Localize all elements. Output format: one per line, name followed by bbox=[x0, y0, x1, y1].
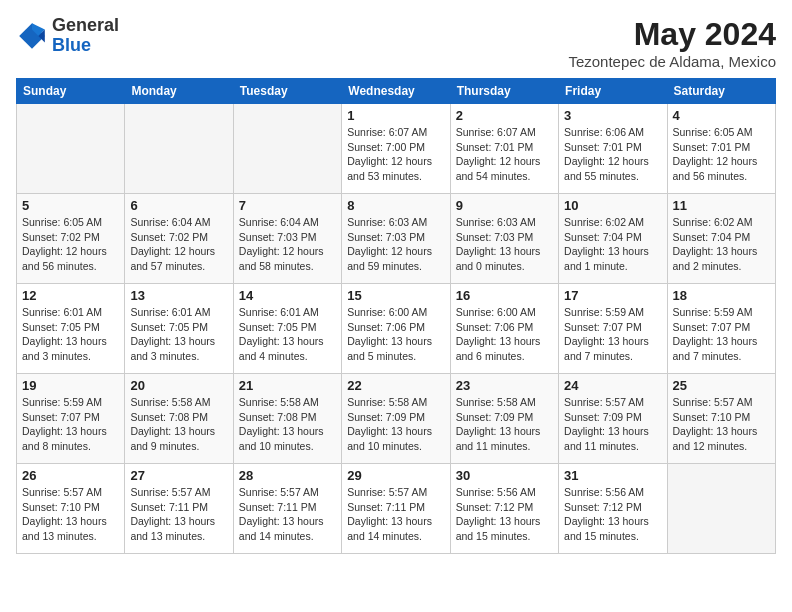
day-number: 22 bbox=[347, 378, 444, 393]
day-info: Sunrise: 5:56 AM Sunset: 7:12 PM Dayligh… bbox=[564, 485, 661, 544]
day-number: 4 bbox=[673, 108, 770, 123]
calendar-day-cell: 27Sunrise: 5:57 AM Sunset: 7:11 PM Dayli… bbox=[125, 464, 233, 554]
day-number: 27 bbox=[130, 468, 227, 483]
calendar-week-row: 12Sunrise: 6:01 AM Sunset: 7:05 PM Dayli… bbox=[17, 284, 776, 374]
calendar-week-row: 26Sunrise: 5:57 AM Sunset: 7:10 PM Dayli… bbox=[17, 464, 776, 554]
day-number: 6 bbox=[130, 198, 227, 213]
calendar-day-cell: 21Sunrise: 5:58 AM Sunset: 7:08 PM Dayli… bbox=[233, 374, 341, 464]
day-number: 21 bbox=[239, 378, 336, 393]
day-number: 7 bbox=[239, 198, 336, 213]
calendar-day-cell: 2Sunrise: 6:07 AM Sunset: 7:01 PM Daylig… bbox=[450, 104, 558, 194]
calendar-day-cell: 11Sunrise: 6:02 AM Sunset: 7:04 PM Dayli… bbox=[667, 194, 775, 284]
calendar-day-cell: 10Sunrise: 6:02 AM Sunset: 7:04 PM Dayli… bbox=[559, 194, 667, 284]
calendar-day-cell: 16Sunrise: 6:00 AM Sunset: 7:06 PM Dayli… bbox=[450, 284, 558, 374]
day-number: 9 bbox=[456, 198, 553, 213]
day-info: Sunrise: 6:04 AM Sunset: 7:02 PM Dayligh… bbox=[130, 215, 227, 274]
calendar-day-cell bbox=[667, 464, 775, 554]
day-number: 23 bbox=[456, 378, 553, 393]
logo: General Blue bbox=[16, 16, 119, 56]
day-number: 12 bbox=[22, 288, 119, 303]
day-info: Sunrise: 6:02 AM Sunset: 7:04 PM Dayligh… bbox=[673, 215, 770, 274]
day-info: Sunrise: 5:56 AM Sunset: 7:12 PM Dayligh… bbox=[456, 485, 553, 544]
calendar-day-cell bbox=[17, 104, 125, 194]
day-info: Sunrise: 6:00 AM Sunset: 7:06 PM Dayligh… bbox=[456, 305, 553, 364]
day-info: Sunrise: 6:01 AM Sunset: 7:05 PM Dayligh… bbox=[22, 305, 119, 364]
weekday-header: Wednesday bbox=[342, 79, 450, 104]
day-info: Sunrise: 5:59 AM Sunset: 7:07 PM Dayligh… bbox=[22, 395, 119, 454]
calendar-day-cell: 14Sunrise: 6:01 AM Sunset: 7:05 PM Dayli… bbox=[233, 284, 341, 374]
day-number: 30 bbox=[456, 468, 553, 483]
day-number: 15 bbox=[347, 288, 444, 303]
weekday-header: Monday bbox=[125, 79, 233, 104]
day-number: 8 bbox=[347, 198, 444, 213]
logo-icon bbox=[16, 20, 48, 52]
location: Tezontepec de Aldama, Mexico bbox=[568, 53, 776, 70]
day-number: 5 bbox=[22, 198, 119, 213]
day-info: Sunrise: 6:05 AM Sunset: 7:02 PM Dayligh… bbox=[22, 215, 119, 274]
day-info: Sunrise: 6:03 AM Sunset: 7:03 PM Dayligh… bbox=[456, 215, 553, 274]
calendar-day-cell: 20Sunrise: 5:58 AM Sunset: 7:08 PM Dayli… bbox=[125, 374, 233, 464]
title-block: May 2024 Tezontepec de Aldama, Mexico bbox=[568, 16, 776, 70]
day-number: 24 bbox=[564, 378, 661, 393]
day-info: Sunrise: 5:57 AM Sunset: 7:11 PM Dayligh… bbox=[347, 485, 444, 544]
day-number: 28 bbox=[239, 468, 336, 483]
day-info: Sunrise: 5:59 AM Sunset: 7:07 PM Dayligh… bbox=[673, 305, 770, 364]
calendar-day-cell: 4Sunrise: 6:05 AM Sunset: 7:01 PM Daylig… bbox=[667, 104, 775, 194]
calendar-day-cell: 28Sunrise: 5:57 AM Sunset: 7:11 PM Dayli… bbox=[233, 464, 341, 554]
day-number: 29 bbox=[347, 468, 444, 483]
day-info: Sunrise: 5:57 AM Sunset: 7:11 PM Dayligh… bbox=[239, 485, 336, 544]
day-info: Sunrise: 6:02 AM Sunset: 7:04 PM Dayligh… bbox=[564, 215, 661, 274]
day-info: Sunrise: 6:00 AM Sunset: 7:06 PM Dayligh… bbox=[347, 305, 444, 364]
day-number: 17 bbox=[564, 288, 661, 303]
weekday-header: Tuesday bbox=[233, 79, 341, 104]
calendar-week-row: 1Sunrise: 6:07 AM Sunset: 7:00 PM Daylig… bbox=[17, 104, 776, 194]
calendar-day-cell: 18Sunrise: 5:59 AM Sunset: 7:07 PM Dayli… bbox=[667, 284, 775, 374]
day-info: Sunrise: 6:01 AM Sunset: 7:05 PM Dayligh… bbox=[130, 305, 227, 364]
day-info: Sunrise: 5:58 AM Sunset: 7:09 PM Dayligh… bbox=[456, 395, 553, 454]
calendar-day-cell: 12Sunrise: 6:01 AM Sunset: 7:05 PM Dayli… bbox=[17, 284, 125, 374]
month-year: May 2024 bbox=[568, 16, 776, 53]
day-info: Sunrise: 5:58 AM Sunset: 7:09 PM Dayligh… bbox=[347, 395, 444, 454]
calendar-day-cell: 19Sunrise: 5:59 AM Sunset: 7:07 PM Dayli… bbox=[17, 374, 125, 464]
day-number: 3 bbox=[564, 108, 661, 123]
calendar-day-cell: 7Sunrise: 6:04 AM Sunset: 7:03 PM Daylig… bbox=[233, 194, 341, 284]
day-info: Sunrise: 6:03 AM Sunset: 7:03 PM Dayligh… bbox=[347, 215, 444, 274]
calendar-day-cell: 5Sunrise: 6:05 AM Sunset: 7:02 PM Daylig… bbox=[17, 194, 125, 284]
day-number: 13 bbox=[130, 288, 227, 303]
calendar-day-cell bbox=[125, 104, 233, 194]
day-info: Sunrise: 5:58 AM Sunset: 7:08 PM Dayligh… bbox=[130, 395, 227, 454]
day-number: 19 bbox=[22, 378, 119, 393]
calendar-day-cell: 22Sunrise: 5:58 AM Sunset: 7:09 PM Dayli… bbox=[342, 374, 450, 464]
logo-text: General Blue bbox=[52, 16, 119, 56]
calendar-day-cell: 23Sunrise: 5:58 AM Sunset: 7:09 PM Dayli… bbox=[450, 374, 558, 464]
weekday-header: Thursday bbox=[450, 79, 558, 104]
calendar-day-cell: 13Sunrise: 6:01 AM Sunset: 7:05 PM Dayli… bbox=[125, 284, 233, 374]
calendar-day-cell: 29Sunrise: 5:57 AM Sunset: 7:11 PM Dayli… bbox=[342, 464, 450, 554]
weekday-header: Sunday bbox=[17, 79, 125, 104]
page-header: General Blue May 2024 Tezontepec de Alda… bbox=[16, 16, 776, 70]
day-info: Sunrise: 6:07 AM Sunset: 7:00 PM Dayligh… bbox=[347, 125, 444, 184]
weekday-header: Friday bbox=[559, 79, 667, 104]
day-number: 26 bbox=[22, 468, 119, 483]
day-number: 1 bbox=[347, 108, 444, 123]
calendar-day-cell: 6Sunrise: 6:04 AM Sunset: 7:02 PM Daylig… bbox=[125, 194, 233, 284]
day-info: Sunrise: 5:57 AM Sunset: 7:10 PM Dayligh… bbox=[22, 485, 119, 544]
calendar-day-cell: 15Sunrise: 6:00 AM Sunset: 7:06 PM Dayli… bbox=[342, 284, 450, 374]
calendar-day-cell: 9Sunrise: 6:03 AM Sunset: 7:03 PM Daylig… bbox=[450, 194, 558, 284]
calendar-day-cell: 8Sunrise: 6:03 AM Sunset: 7:03 PM Daylig… bbox=[342, 194, 450, 284]
calendar-day-cell: 30Sunrise: 5:56 AM Sunset: 7:12 PM Dayli… bbox=[450, 464, 558, 554]
day-info: Sunrise: 5:57 AM Sunset: 7:09 PM Dayligh… bbox=[564, 395, 661, 454]
calendar-day-cell: 24Sunrise: 5:57 AM Sunset: 7:09 PM Dayli… bbox=[559, 374, 667, 464]
day-number: 20 bbox=[130, 378, 227, 393]
day-number: 10 bbox=[564, 198, 661, 213]
calendar-day-cell: 1Sunrise: 6:07 AM Sunset: 7:00 PM Daylig… bbox=[342, 104, 450, 194]
calendar-day-cell bbox=[233, 104, 341, 194]
day-info: Sunrise: 6:05 AM Sunset: 7:01 PM Dayligh… bbox=[673, 125, 770, 184]
calendar-week-row: 19Sunrise: 5:59 AM Sunset: 7:07 PM Dayli… bbox=[17, 374, 776, 464]
day-info: Sunrise: 6:04 AM Sunset: 7:03 PM Dayligh… bbox=[239, 215, 336, 274]
day-number: 14 bbox=[239, 288, 336, 303]
day-info: Sunrise: 5:57 AM Sunset: 7:10 PM Dayligh… bbox=[673, 395, 770, 454]
day-number: 25 bbox=[673, 378, 770, 393]
day-info: Sunrise: 5:58 AM Sunset: 7:08 PM Dayligh… bbox=[239, 395, 336, 454]
calendar-week-row: 5Sunrise: 6:05 AM Sunset: 7:02 PM Daylig… bbox=[17, 194, 776, 284]
